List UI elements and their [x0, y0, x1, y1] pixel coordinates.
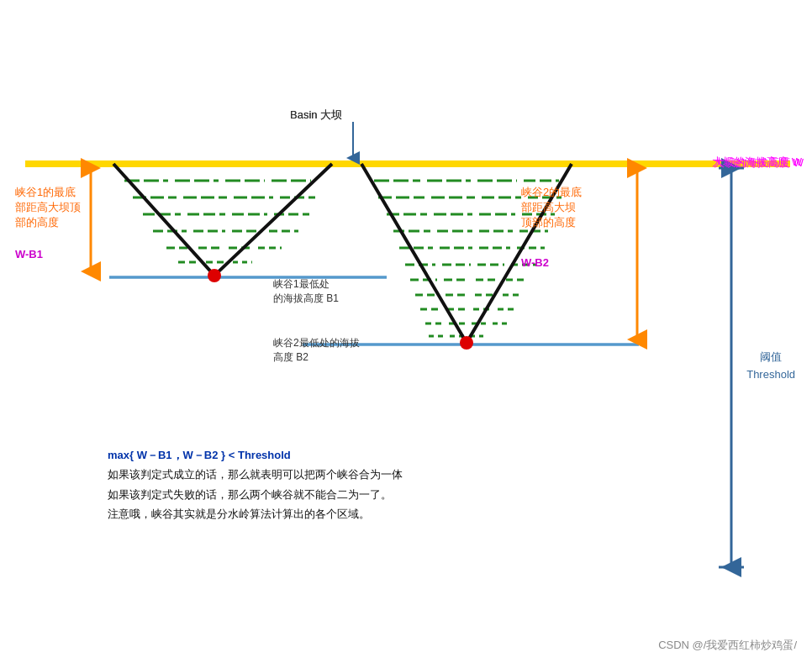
formula-line4: 注意哦，峡谷其实就是分水岭算法计算出的各个区域。 — [108, 504, 403, 523]
valley2-line3: 顶部的高度 — [521, 215, 582, 230]
formula-block: max{ W－B1，W－B2 } < Threshold 如果该判定式成立的话，… — [108, 445, 403, 524]
basin-text: Basin 大坝 — [290, 108, 342, 123]
valley2-right-label: 峡谷2的最底 部距高大坝 顶部的高度 — [521, 185, 582, 231]
formula-line1: max{ W－B1，W－B2 } < Threshold — [108, 445, 403, 465]
v1b-l2: 的海拔高度 B1 — [273, 292, 339, 306]
v2b-l1: 峡谷2最低处的海拔 — [273, 336, 360, 350]
valley2-line1: 峡谷2的最底 — [521, 185, 582, 200]
valley1-left-label: 峡谷1的最底 部距高大坝顶 部的高度 — [15, 185, 81, 231]
watermark: CSDN @/我爱西红柿炒鸡蛋/ — [658, 638, 797, 653]
valley1-line1: 峡谷1的最底 — [15, 185, 81, 200]
valley1-bottom-dot — [208, 269, 221, 282]
dam-elevation-label: 大坝的海拔高度 W — [712, 155, 802, 170]
valley2-wb-label: W-B2 — [521, 256, 549, 269]
valley1-line2: 部距高大坝顶 — [15, 200, 81, 215]
valley1-wb-label: W-B1 — [15, 248, 43, 260]
valley1-bottom-label: 峡谷1最低处 的海拔高度 B1 — [273, 277, 339, 306]
threshold-english: Threshold — [746, 366, 795, 384]
valley1-line3: 部的高度 — [15, 215, 81, 230]
formula-line3: 如果该判定式失败的话，那么两个峡谷就不能合二为一了。 — [108, 485, 403, 504]
diagram-container: Basin 大坝 大坝的海拔高度 W 峡谷1的最底 部距高大坝顶 部的高度 W-… — [0, 0, 812, 668]
valley2-bottom-label: 峡谷2最低处的海拔 高度 B2 — [273, 336, 360, 365]
v2b-l2: 高度 B2 — [273, 350, 360, 365]
valley2-bottom-dot — [460, 336, 473, 350]
threshold-chinese: 阈值 — [746, 349, 795, 366]
formula-line2: 如果该判定式成立的话，那么就表明可以把两个峡谷合为一体 — [108, 465, 403, 484]
valley2-line2: 部距高大坝 — [521, 200, 582, 215]
v1b-l1: 峡谷1最低处 — [273, 277, 339, 292]
threshold-right-label: 阈值 Threshold — [746, 349, 795, 384]
